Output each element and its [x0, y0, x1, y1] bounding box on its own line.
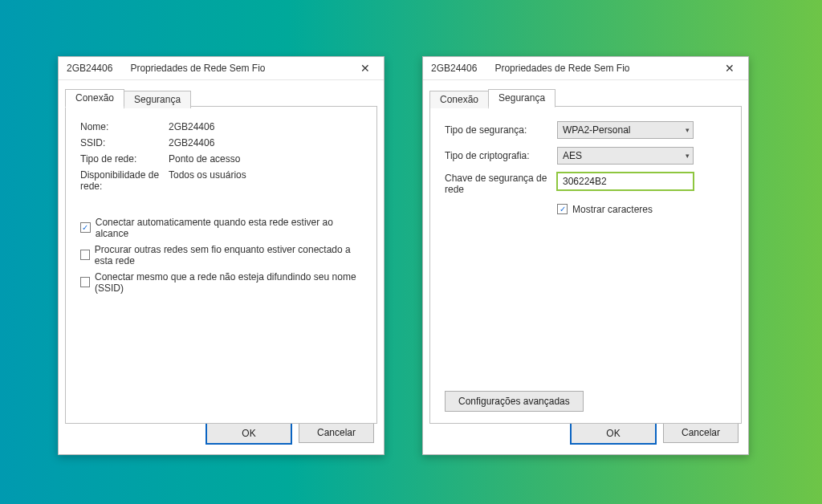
encryption-type-dropdown[interactable]: AES ▾ — [557, 147, 694, 165]
close-button[interactable]: ✕ — [716, 59, 743, 77]
field-name-label: Nome: — [80, 121, 169, 132]
security-key-input[interactable]: 306224B2 — [557, 173, 694, 190]
security-type-dropdown[interactable]: WPA2-Personal ▾ — [557, 121, 694, 139]
field-ssid: SSID: 2GB24406 — [80, 137, 362, 148]
field-availability-value: Todos os usuários — [169, 169, 362, 193]
titlebar-title: Propriedades de Rede Sem Fio — [130, 63, 265, 74]
tab-area: Conexão Segurança Nome: 2GB24406 SSID: 2… — [59, 80, 384, 424]
titlebar: 2GB24406 Propriedades de Rede Sem Fio ✕ — [59, 57, 384, 80]
tab-connection[interactable]: Conexão — [429, 91, 489, 108]
advanced-settings-button[interactable]: Configurações avançadas — [445, 391, 584, 412]
checkbox-look-other-networks[interactable]: Procurar outras redes sem fio enquanto e… — [80, 244, 362, 266]
checkbox-icon — [80, 222, 91, 233]
security-key-value: 306224B2 — [563, 176, 607, 187]
field-availability-label: Disponibilidade de rede: — [80, 169, 169, 193]
tabstrip: Conexão Segurança — [429, 88, 742, 107]
chevron-down-icon: ▾ — [686, 152, 690, 160]
close-icon: ✕ — [725, 63, 735, 74]
dialog-wireless-properties-security: 2GB24406 Propriedades de Rede Sem Fio ✕ … — [422, 56, 749, 455]
field-label: Tipo de criptografia: — [445, 150, 557, 161]
field-ssid-label: SSID: — [80, 137, 169, 148]
titlebar-network-name: 2GB24406 — [67, 63, 112, 74]
close-icon: ✕ — [360, 63, 370, 74]
field-name: Nome: 2GB24406 — [80, 121, 362, 132]
field-security-key: Chave de segurança de rede 306224B2 — [445, 173, 726, 196]
dropdown-value: WPA2-Personal — [563, 124, 630, 136]
checkbox-show-characters[interactable]: Mostrar caracteres — [557, 204, 726, 215]
field-label: Chave de segurança de rede — [445, 173, 557, 196]
titlebar-network-name: 2GB24406 — [431, 63, 477, 74]
cancel-button[interactable]: Cancelar — [663, 422, 739, 443]
tab-connection[interactable]: Conexão — [65, 89, 124, 108]
cancel-button[interactable]: Cancelar — [299, 422, 374, 443]
dialog-buttons: OK Cancelar — [206, 422, 374, 445]
ok-button[interactable]: OK — [570, 422, 657, 445]
ok-button[interactable]: OK — [206, 422, 292, 445]
dialog-buttons: OK Cancelar — [570, 422, 739, 445]
checkbox-connect-hidden-ssid[interactable]: Conectar mesmo que a rede não esteja dif… — [80, 271, 362, 294]
field-availability: Disponibilidade de rede: Todos os usuári… — [80, 169, 362, 193]
dialog-wireless-properties-connection: 2GB24406 Propriedades de Rede Sem Fio ✕ … — [58, 56, 385, 455]
field-name-value: 2GB24406 — [169, 121, 362, 132]
field-net-type: Tipo de rede: Ponto de acesso — [80, 153, 362, 165]
field-label: Tipo de segurança: — [445, 124, 557, 136]
tab-security[interactable]: Segurança — [488, 89, 555, 108]
checkbox-auto-connect[interactable]: Conectar automaticamente quando esta red… — [80, 217, 362, 239]
titlebar: 2GB24406 Propriedades de Rede Sem Fio ✕ — [423, 57, 748, 80]
tab-page-connection: Nome: 2GB24406 SSID: 2GB24406 Tipo de re… — [65, 106, 377, 424]
field-ssid-value: 2GB24406 — [169, 137, 362, 148]
titlebar-title: Propriedades de Rede Sem Fio — [494, 63, 629, 74]
checkbox-icon — [80, 277, 90, 287]
checkbox-icon — [80, 250, 90, 260]
tabstrip: Conexão Segurança — [65, 88, 377, 107]
tab-page-security: Tipo de segurança: WPA2-Personal ▾ Tipo … — [429, 106, 742, 424]
close-button[interactable]: ✕ — [352, 59, 379, 77]
dropdown-value: AES — [563, 150, 582, 161]
tab-area: Conexão Segurança Tipo de segurança: WPA… — [423, 80, 748, 424]
chevron-down-icon: ▾ — [686, 126, 690, 134]
tab-security[interactable]: Segurança — [124, 91, 191, 108]
checkbox-icon — [557, 204, 568, 214]
field-security-type: Tipo de segurança: WPA2-Personal ▾ — [445, 121, 726, 139]
field-encryption-type: Tipo de criptografia: AES ▾ — [445, 147, 726, 165]
checkbox-label: Procurar outras redes sem fio enquanto e… — [95, 244, 362, 266]
checkbox-label: Mostrar caracteres — [572, 204, 653, 215]
field-net-type-value: Ponto de acesso — [169, 153, 362, 165]
field-net-type-label: Tipo de rede: — [80, 153, 169, 165]
checkbox-label: Conectar mesmo que a rede não esteja dif… — [95, 271, 362, 294]
checkbox-label: Conectar automaticamente quando esta red… — [96, 217, 362, 239]
